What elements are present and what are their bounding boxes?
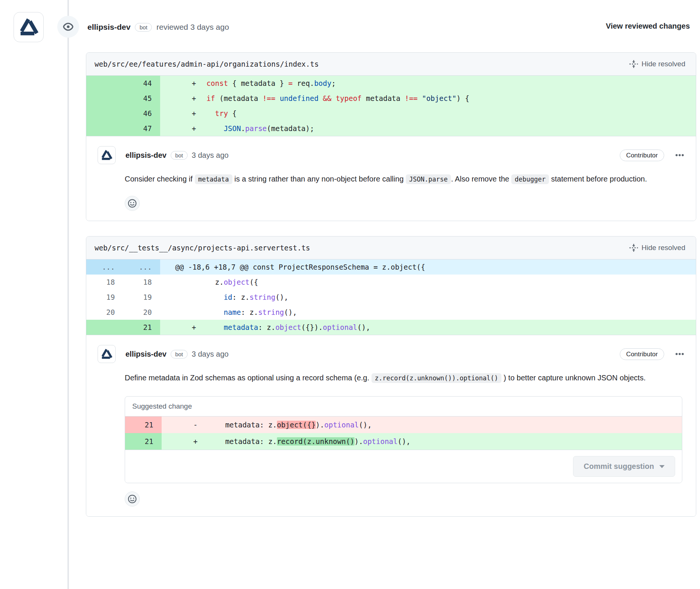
code-token: optional — [324, 421, 359, 429]
code-token: (metadata — [215, 94, 263, 102]
new-line-number: 19 — [123, 290, 160, 305]
code-token: JSON — [224, 124, 241, 133]
code-token: metadata: z. — [199, 421, 277, 429]
reviewer-name[interactable]: ellipsis-dev — [87, 23, 130, 32]
new-line-number: 20 — [123, 305, 160, 320]
code-token: ; — [332, 79, 336, 87]
old-line-number — [86, 91, 123, 106]
code-token: (), — [357, 323, 370, 331]
code-token: metadata — [224, 323, 258, 331]
review-event-badge — [57, 16, 79, 38]
file-header: web/src/ee/features/admin-api/organizati… — [86, 53, 696, 76]
ellipsis-logo-icon — [100, 149, 113, 162]
code-token — [318, 94, 322, 102]
diff-marker — [160, 290, 198, 305]
comment-avatar[interactable] — [98, 345, 116, 363]
fold-icon — [629, 60, 638, 69]
contributor-badge: Contributor — [620, 150, 664, 161]
review-comment: ellipsis-dev bot 3 days ago Contributor … — [86, 335, 696, 516]
code-token: ({ — [249, 278, 258, 286]
new-line-number: 44 — [123, 76, 160, 91]
diff-row: 45+ if (metadata !== undefined && typeof… — [86, 91, 696, 106]
diff-marker: + — [160, 91, 198, 106]
diff-row: 1919 id: z.string(), — [86, 290, 696, 305]
bot-badge: bot — [171, 151, 188, 160]
new-line-number: 46 — [123, 106, 160, 121]
new-line-number: 18 — [123, 275, 160, 290]
code-token: try — [215, 109, 228, 117]
code-line: name: z.string(), — [198, 305, 696, 320]
comment-body: Define metadata in Zod schemas as option… — [125, 370, 685, 386]
old-line-number: 18 — [86, 275, 123, 290]
comment-timestamp[interactable]: 3 days ago — [192, 350, 229, 359]
code-token: = — [288, 79, 292, 87]
chevron-down-icon — [659, 465, 665, 468]
old-line-number — [86, 76, 123, 91]
hide-resolved-button[interactable]: Hide resolved — [627, 59, 688, 69]
comment-timestamp[interactable]: 3 days ago — [192, 151, 229, 160]
line-number: 21 — [125, 417, 162, 433]
new-line-number: 21 — [123, 320, 160, 335]
commit-suggestion-button[interactable]: Commit suggestion — [573, 456, 675, 477]
diff-row: 1818 z.object({ — [86, 275, 696, 290]
diff-row: 47+ JSON.parse(metadata); — [86, 121, 696, 136]
file-path[interactable]: web/src/__tests__/async/projects-api.ser… — [95, 244, 310, 252]
code-token: metadata — [362, 94, 405, 102]
code-token: "object" — [422, 94, 457, 102]
file-card-1: web/src/ee/features/admin-api/organizati… — [86, 52, 696, 221]
code-line: const { metadata } = req.body; — [198, 76, 696, 91]
comment-author[interactable]: ellipsis-dev — [125, 350, 167, 359]
add-reaction-button[interactable] — [125, 491, 140, 507]
smiley-icon — [127, 198, 137, 208]
code-token: optional — [363, 437, 398, 446]
old-line-number — [86, 121, 123, 136]
code-token: ) { — [456, 94, 469, 102]
code-token: record(z.unknown() — [277, 437, 355, 446]
code-token: object — [224, 278, 250, 286]
code-token: object({} — [277, 421, 316, 429]
code-line: metadata: z.object({}).optional(), — [198, 320, 696, 335]
file-path[interactable]: web/src/ee/features/admin-api/organizati… — [95, 60, 319, 68]
bot-badge: bot — [171, 350, 188, 359]
reviewer-avatar[interactable] — [14, 12, 44, 42]
diff-row: 2020 name: z.string(), — [86, 305, 696, 320]
comment-header: ellipsis-dev bot 3 days ago Contributor — [98, 146, 685, 164]
code-token: : z. — [241, 308, 258, 316]
code-token: string — [249, 293, 275, 301]
code-line: id: z.string(), — [198, 290, 696, 305]
code-token: && — [323, 94, 332, 102]
kebab-menu-icon[interactable] — [675, 150, 685, 160]
review-action-text[interactable]: reviewed 3 days ago — [156, 23, 229, 32]
suggestion-diff: 21- metadata: z.object({}).optional(),21… — [125, 417, 682, 450]
comment-author[interactable]: ellipsis-dev — [125, 151, 167, 160]
diff-row: ......@@ -18,6 +18,7 @@ const ProjectRes… — [86, 259, 696, 275]
code-token — [198, 323, 224, 331]
diff-marker: + — [160, 76, 198, 91]
code-token: . — [241, 124, 245, 133]
suggestion-footer: Commit suggestion — [125, 450, 682, 483]
diff-row: 21+ metadata: z.object({}).optional(), — [86, 320, 696, 335]
comment-meta: ellipsis-dev bot 3 days ago — [125, 350, 620, 359]
code-token: name — [224, 308, 241, 316]
code-token: z. — [198, 278, 224, 286]
code-token — [275, 94, 280, 102]
old-line-number — [86, 320, 123, 335]
add-reaction-button[interactable] — [125, 196, 140, 211]
commit-suggestion-label: Commit suggestion — [584, 462, 654, 471]
kebab-menu-icon[interactable] — [675, 349, 685, 359]
comment-header: ellipsis-dev bot 3 days ago Contributor — [98, 345, 685, 363]
line-number: 21 — [125, 433, 162, 450]
old-line-number: 19 — [86, 290, 123, 305]
view-reviewed-changes-link[interactable]: View reviewed changes — [606, 22, 690, 31]
diff-row: 21+ metadata: z.record(z.unknown()).opti… — [125, 433, 682, 450]
fold-icon — [629, 243, 638, 252]
code-token: ). — [316, 421, 324, 429]
code-token: const — [206, 79, 228, 87]
hide-resolved-button[interactable]: Hide resolved — [627, 243, 688, 253]
hide-resolved-label: Hide resolved — [642, 60, 685, 68]
file-card-2: web/src/__tests__/async/projects-api.ser… — [86, 236, 696, 517]
comment-avatar[interactable] — [98, 146, 116, 164]
code-token: !== — [405, 94, 417, 102]
code-token: (), — [359, 421, 371, 429]
code-token — [198, 124, 224, 133]
